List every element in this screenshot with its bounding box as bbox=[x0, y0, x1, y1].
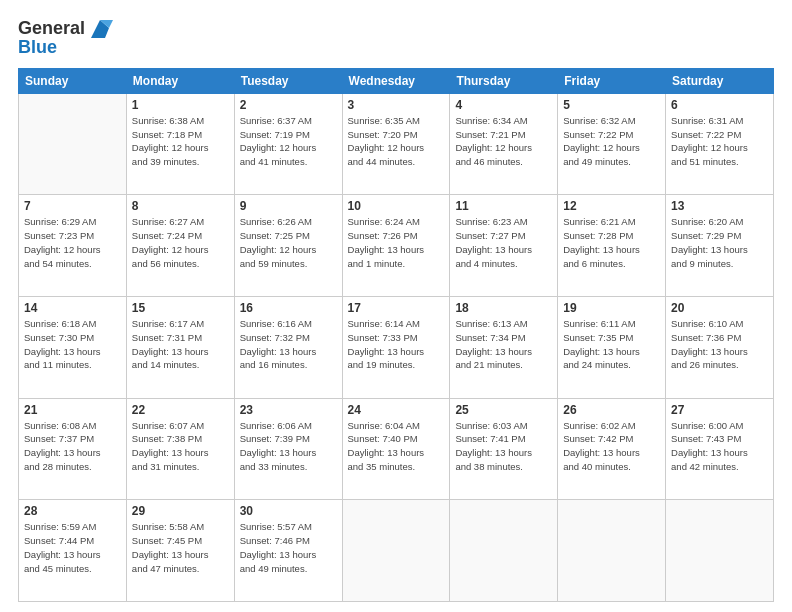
day-info: Sunrise: 5:58 AMSunset: 7:45 PMDaylight:… bbox=[132, 520, 229, 575]
calendar-week-row: 21 Sunrise: 6:08 AMSunset: 7:37 PMDaylig… bbox=[19, 398, 774, 500]
weekday-header: Monday bbox=[126, 68, 234, 93]
day-info: Sunrise: 6:13 AMSunset: 7:34 PMDaylight:… bbox=[455, 317, 552, 372]
day-info: Sunrise: 6:26 AMSunset: 7:25 PMDaylight:… bbox=[240, 215, 337, 270]
calendar-cell: 29 Sunrise: 5:58 AMSunset: 7:45 PMDaylig… bbox=[126, 500, 234, 602]
day-info: Sunrise: 6:08 AMSunset: 7:37 PMDaylight:… bbox=[24, 419, 121, 474]
day-info: Sunrise: 6:38 AMSunset: 7:18 PMDaylight:… bbox=[132, 114, 229, 169]
day-info: Sunrise: 6:17 AMSunset: 7:31 PMDaylight:… bbox=[132, 317, 229, 372]
weekday-header: Friday bbox=[558, 68, 666, 93]
calendar-cell: 12 Sunrise: 6:21 AMSunset: 7:28 PMDaylig… bbox=[558, 195, 666, 297]
calendar-cell: 16 Sunrise: 6:16 AMSunset: 7:32 PMDaylig… bbox=[234, 297, 342, 399]
calendar-cell: 7 Sunrise: 6:29 AMSunset: 7:23 PMDayligh… bbox=[19, 195, 127, 297]
calendar-cell: 11 Sunrise: 6:23 AMSunset: 7:27 PMDaylig… bbox=[450, 195, 558, 297]
calendar-cell: 8 Sunrise: 6:27 AMSunset: 7:24 PMDayligh… bbox=[126, 195, 234, 297]
day-info: Sunrise: 6:10 AMSunset: 7:36 PMDaylight:… bbox=[671, 317, 768, 372]
day-number: 23 bbox=[240, 403, 337, 417]
day-info: Sunrise: 6:16 AMSunset: 7:32 PMDaylight:… bbox=[240, 317, 337, 372]
calendar-cell: 20 Sunrise: 6:10 AMSunset: 7:36 PMDaylig… bbox=[666, 297, 774, 399]
calendar-week-row: 14 Sunrise: 6:18 AMSunset: 7:30 PMDaylig… bbox=[19, 297, 774, 399]
day-info: Sunrise: 6:11 AMSunset: 7:35 PMDaylight:… bbox=[563, 317, 660, 372]
day-info: Sunrise: 6:20 AMSunset: 7:29 PMDaylight:… bbox=[671, 215, 768, 270]
weekday-header: Wednesday bbox=[342, 68, 450, 93]
day-info: Sunrise: 6:32 AMSunset: 7:22 PMDaylight:… bbox=[563, 114, 660, 169]
page: General Blue SundayMondayTuesdayWednesda… bbox=[0, 0, 792, 612]
day-info: Sunrise: 6:29 AMSunset: 7:23 PMDaylight:… bbox=[24, 215, 121, 270]
calendar-cell bbox=[450, 500, 558, 602]
calendar-cell: 24 Sunrise: 6:04 AMSunset: 7:40 PMDaylig… bbox=[342, 398, 450, 500]
day-number: 25 bbox=[455, 403, 552, 417]
calendar-cell: 6 Sunrise: 6:31 AMSunset: 7:22 PMDayligh… bbox=[666, 93, 774, 195]
day-number: 2 bbox=[240, 98, 337, 112]
weekday-header: Tuesday bbox=[234, 68, 342, 93]
day-info: Sunrise: 6:21 AMSunset: 7:28 PMDaylight:… bbox=[563, 215, 660, 270]
day-number: 20 bbox=[671, 301, 768, 315]
calendar-cell bbox=[19, 93, 127, 195]
day-info: Sunrise: 6:18 AMSunset: 7:30 PMDaylight:… bbox=[24, 317, 121, 372]
calendar-cell: 18 Sunrise: 6:13 AMSunset: 7:34 PMDaylig… bbox=[450, 297, 558, 399]
calendar-cell: 5 Sunrise: 6:32 AMSunset: 7:22 PMDayligh… bbox=[558, 93, 666, 195]
calendar-cell: 19 Sunrise: 6:11 AMSunset: 7:35 PMDaylig… bbox=[558, 297, 666, 399]
calendar-cell: 9 Sunrise: 6:26 AMSunset: 7:25 PMDayligh… bbox=[234, 195, 342, 297]
day-number: 27 bbox=[671, 403, 768, 417]
day-number: 21 bbox=[24, 403, 121, 417]
calendar-week-row: 1 Sunrise: 6:38 AMSunset: 7:18 PMDayligh… bbox=[19, 93, 774, 195]
day-number: 9 bbox=[240, 199, 337, 213]
calendar-header-row: SundayMondayTuesdayWednesdayThursdayFrid… bbox=[19, 68, 774, 93]
day-number: 16 bbox=[240, 301, 337, 315]
day-info: Sunrise: 6:24 AMSunset: 7:26 PMDaylight:… bbox=[348, 215, 445, 270]
day-info: Sunrise: 6:31 AMSunset: 7:22 PMDaylight:… bbox=[671, 114, 768, 169]
calendar-cell: 3 Sunrise: 6:35 AMSunset: 7:20 PMDayligh… bbox=[342, 93, 450, 195]
day-number: 10 bbox=[348, 199, 445, 213]
logo: General Blue bbox=[18, 16, 113, 58]
calendar-cell bbox=[342, 500, 450, 602]
day-number: 11 bbox=[455, 199, 552, 213]
day-info: Sunrise: 6:37 AMSunset: 7:19 PMDaylight:… bbox=[240, 114, 337, 169]
calendar-cell: 10 Sunrise: 6:24 AMSunset: 7:26 PMDaylig… bbox=[342, 195, 450, 297]
day-number: 1 bbox=[132, 98, 229, 112]
day-number: 13 bbox=[671, 199, 768, 213]
day-number: 15 bbox=[132, 301, 229, 315]
weekday-header: Sunday bbox=[19, 68, 127, 93]
logo-icon bbox=[87, 16, 113, 42]
day-number: 14 bbox=[24, 301, 121, 315]
calendar-cell: 23 Sunrise: 6:06 AMSunset: 7:39 PMDaylig… bbox=[234, 398, 342, 500]
calendar-cell: 17 Sunrise: 6:14 AMSunset: 7:33 PMDaylig… bbox=[342, 297, 450, 399]
weekday-header: Thursday bbox=[450, 68, 558, 93]
calendar-cell: 30 Sunrise: 5:57 AMSunset: 7:46 PMDaylig… bbox=[234, 500, 342, 602]
calendar-week-row: 7 Sunrise: 6:29 AMSunset: 7:23 PMDayligh… bbox=[19, 195, 774, 297]
calendar-cell: 27 Sunrise: 6:00 AMSunset: 7:43 PMDaylig… bbox=[666, 398, 774, 500]
day-info: Sunrise: 6:23 AMSunset: 7:27 PMDaylight:… bbox=[455, 215, 552, 270]
day-number: 7 bbox=[24, 199, 121, 213]
day-number: 24 bbox=[348, 403, 445, 417]
day-info: Sunrise: 6:35 AMSunset: 7:20 PMDaylight:… bbox=[348, 114, 445, 169]
day-number: 6 bbox=[671, 98, 768, 112]
calendar-cell: 22 Sunrise: 6:07 AMSunset: 7:38 PMDaylig… bbox=[126, 398, 234, 500]
calendar-cell: 1 Sunrise: 6:38 AMSunset: 7:18 PMDayligh… bbox=[126, 93, 234, 195]
day-number: 4 bbox=[455, 98, 552, 112]
day-info: Sunrise: 6:27 AMSunset: 7:24 PMDaylight:… bbox=[132, 215, 229, 270]
day-number: 18 bbox=[455, 301, 552, 315]
day-number: 19 bbox=[563, 301, 660, 315]
day-info: Sunrise: 6:02 AMSunset: 7:42 PMDaylight:… bbox=[563, 419, 660, 474]
day-info: Sunrise: 6:04 AMSunset: 7:40 PMDaylight:… bbox=[348, 419, 445, 474]
calendar-cell: 14 Sunrise: 6:18 AMSunset: 7:30 PMDaylig… bbox=[19, 297, 127, 399]
calendar-cell: 13 Sunrise: 6:20 AMSunset: 7:29 PMDaylig… bbox=[666, 195, 774, 297]
calendar-cell: 21 Sunrise: 6:08 AMSunset: 7:37 PMDaylig… bbox=[19, 398, 127, 500]
day-info: Sunrise: 5:59 AMSunset: 7:44 PMDaylight:… bbox=[24, 520, 121, 575]
day-info: Sunrise: 6:07 AMSunset: 7:38 PMDaylight:… bbox=[132, 419, 229, 474]
day-info: Sunrise: 6:00 AMSunset: 7:43 PMDaylight:… bbox=[671, 419, 768, 474]
calendar-table: SundayMondayTuesdayWednesdayThursdayFrid… bbox=[18, 68, 774, 602]
day-number: 12 bbox=[563, 199, 660, 213]
day-number: 3 bbox=[348, 98, 445, 112]
day-number: 28 bbox=[24, 504, 121, 518]
logo-text-blue: Blue bbox=[18, 38, 57, 58]
weekday-header: Saturday bbox=[666, 68, 774, 93]
calendar-cell bbox=[558, 500, 666, 602]
calendar-cell: 28 Sunrise: 5:59 AMSunset: 7:44 PMDaylig… bbox=[19, 500, 127, 602]
day-number: 5 bbox=[563, 98, 660, 112]
calendar-cell: 26 Sunrise: 6:02 AMSunset: 7:42 PMDaylig… bbox=[558, 398, 666, 500]
day-info: Sunrise: 6:06 AMSunset: 7:39 PMDaylight:… bbox=[240, 419, 337, 474]
day-info: Sunrise: 6:14 AMSunset: 7:33 PMDaylight:… bbox=[348, 317, 445, 372]
day-number: 17 bbox=[348, 301, 445, 315]
calendar-cell: 2 Sunrise: 6:37 AMSunset: 7:19 PMDayligh… bbox=[234, 93, 342, 195]
